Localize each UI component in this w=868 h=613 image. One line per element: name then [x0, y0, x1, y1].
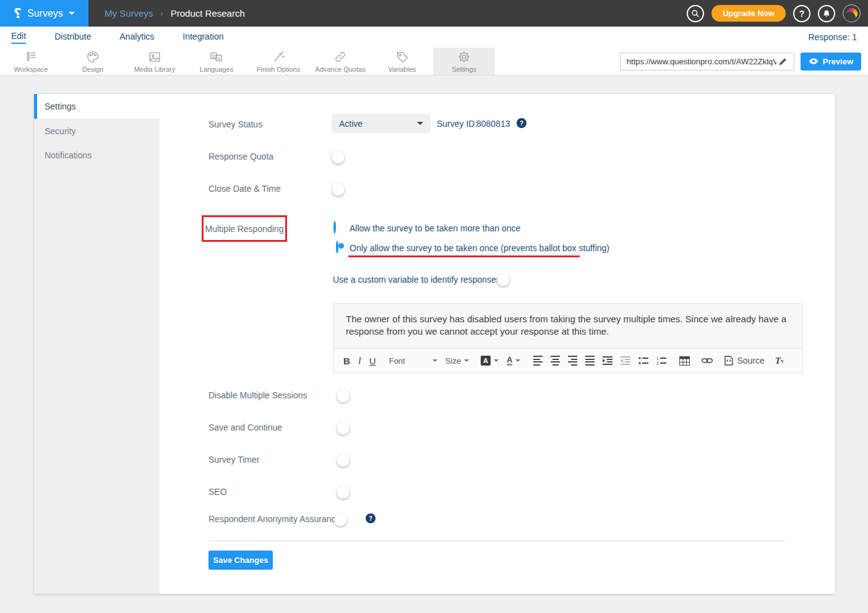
- gear-icon: [457, 50, 471, 64]
- nav-tab-integration[interactable]: Integration: [183, 32, 223, 43]
- survey-id-help-icon[interactable]: ?: [517, 118, 526, 128]
- ribbon-label: Media Library: [134, 66, 176, 73]
- chevron-down-icon: [515, 359, 520, 362]
- chain-links-icon: [333, 50, 348, 64]
- only-once-radio-label[interactable]: Only allow the survey to be taken once (…: [350, 243, 609, 253]
- bell-icon: [822, 9, 831, 18]
- ribbon-variables[interactable]: Variables: [371, 48, 433, 75]
- settings-sidebar: Settings Security Notifications: [34, 94, 160, 594]
- numbered-list-icon: 12: [656, 356, 666, 365]
- user-avatar[interactable]: [843, 4, 861, 22]
- indent-decrease-icon: [621, 356, 630, 365]
- nav-tab-edit[interactable]: Edit: [11, 31, 26, 44]
- text-color-button[interactable]: A: [507, 356, 520, 366]
- ribbon-settings[interactable]: Settings: [433, 48, 495, 75]
- response-quota-label: Response Quota: [208, 152, 273, 161]
- align-center-button[interactable]: [551, 356, 560, 366]
- indent-increase-icon: [603, 356, 612, 365]
- size-dropdown[interactable]: Size: [445, 356, 469, 366]
- notifications-button[interactable]: [818, 5, 835, 22]
- ribbon-media-library[interactable]: Media Library: [124, 48, 186, 75]
- seo-label: SEO: [208, 487, 227, 497]
- source-file-icon: [724, 356, 733, 366]
- align-left-button[interactable]: [533, 356, 543, 366]
- survey-id-label: Survey ID:: [437, 119, 477, 129]
- ribbon-design[interactable]: Design: [62, 48, 124, 75]
- survey-id-value: 8080813: [476, 119, 510, 129]
- close-date-label: Close Date & Time: [208, 184, 281, 194]
- questionpro-logo-icon: ?: [14, 7, 22, 20]
- italic-button[interactable]: I: [358, 356, 361, 366]
- search-icon: [691, 9, 700, 18]
- edit-toolbar: Workspace Design Media Library 文A Langua…: [0, 48, 868, 75]
- bullet-list-button[interactable]: [638, 356, 648, 365]
- languages-icon: 文A: [208, 50, 225, 64]
- upgrade-now-button[interactable]: Upgrade Now: [711, 5, 786, 22]
- remove-format-button[interactable]: Tx: [775, 356, 784, 366]
- ribbon-right: https://www.questionpro.com/t/AW22ZklqV …: [620, 48, 868, 75]
- background-color-icon: A: [481, 356, 491, 366]
- disabled-message-text: The owner of this survey has disabled us…: [346, 314, 786, 337]
- disable-multiple-sessions-label: Disable Multiple Sessions: [208, 390, 307, 400]
- survey-status-select[interactable]: Active: [332, 114, 431, 133]
- justify-button[interactable]: [585, 356, 595, 366]
- chevron-down-icon: [432, 359, 437, 362]
- insert-link-button[interactable]: [702, 357, 713, 364]
- sidebar-item-notifications[interactable]: Notifications: [34, 143, 160, 167]
- save-changes-button[interactable]: Save Changes: [208, 551, 273, 570]
- response-count[interactable]: Response: 1: [808, 32, 857, 42]
- nav-tab-distribute[interactable]: Distribute: [54, 32, 91, 43]
- custom-variable-label: Use a custom variable to identify respon…: [333, 275, 501, 285]
- ribbon-label: Languages: [200, 66, 233, 73]
- breadcrumb-my-surveys[interactable]: My Surveys: [105, 8, 153, 19]
- ribbon-finish-options[interactable]: Finish Options: [247, 48, 309, 75]
- insert-table-button[interactable]: [679, 356, 690, 366]
- justify-icon: [585, 356, 595, 366]
- ribbon-workspace[interactable]: Workspace: [0, 48, 62, 75]
- allow-multiple-radio[interactable]: [333, 221, 336, 234]
- increase-indent-button[interactable]: [603, 356, 612, 365]
- font-dropdown-label: Font: [389, 356, 429, 366]
- breadcrumb: My Surveys › Product Research: [105, 8, 245, 19]
- source-button[interactable]: Source: [724, 356, 764, 366]
- disabled-message-textarea[interactable]: The owner of this survey has disabled us…: [333, 303, 803, 348]
- rich-text-toolbar: B I U Font Size A A: [333, 348, 803, 373]
- preview-button[interactable]: Preview: [801, 53, 861, 71]
- sidebar-item-security[interactable]: Security: [34, 119, 160, 143]
- chevron-down-icon: [464, 359, 469, 362]
- svg-text:文: 文: [212, 53, 216, 58]
- text-color-icon: A: [507, 356, 512, 366]
- allow-multiple-radio-label[interactable]: Allow the survey to be taken more than o…: [350, 223, 520, 233]
- ribbon-advance-quotas[interactable]: Advance Quotas: [309, 48, 371, 75]
- header-actions: Upgrade Now ?: [687, 4, 868, 22]
- underline-button[interactable]: U: [369, 356, 376, 366]
- settings-panel: Settings Security Notifications Survey S…: [34, 94, 835, 594]
- align-right-icon: [568, 356, 577, 366]
- sidebar-item-settings[interactable]: Settings: [34, 94, 160, 119]
- respondent-anonymity-label: Respondent Anonymity Assurance: [208, 514, 340, 524]
- edit-url-button[interactable]: [776, 54, 790, 68]
- help-button[interactable]: ?: [793, 5, 810, 22]
- align-right-button[interactable]: [568, 356, 577, 366]
- ribbon-languages[interactable]: 文A Languages: [186, 48, 247, 75]
- nav-tab-analytics[interactable]: Analytics: [119, 32, 154, 43]
- background-color-button[interactable]: A: [481, 356, 499, 366]
- svg-text:1: 1: [656, 356, 659, 361]
- table-icon: [679, 356, 690, 366]
- numbered-list-button[interactable]: 12: [656, 356, 666, 365]
- magic-wand-icon: [271, 50, 286, 64]
- source-label: Source: [737, 356, 764, 366]
- ribbon-label: Finish Options: [257, 66, 300, 73]
- app-switcher[interactable]: ? Surveys: [0, 0, 88, 27]
- respondent-anonymity-help-icon[interactable]: ?: [366, 513, 376, 523]
- tag-icon: [395, 50, 410, 64]
- survey-url-field[interactable]: https://www.questionpro.com/t/AW22ZklqV: [620, 53, 794, 71]
- image-icon: [147, 50, 162, 64]
- bold-button[interactable]: B: [343, 356, 350, 366]
- only-once-radio[interactable]: [336, 241, 338, 254]
- font-dropdown[interactable]: Font: [389, 356, 437, 366]
- align-center-icon: [551, 356, 560, 366]
- only-once-annotation-underline: [348, 255, 580, 257]
- search-button[interactable]: [687, 5, 704, 22]
- decrease-indent-button[interactable]: [621, 356, 630, 365]
